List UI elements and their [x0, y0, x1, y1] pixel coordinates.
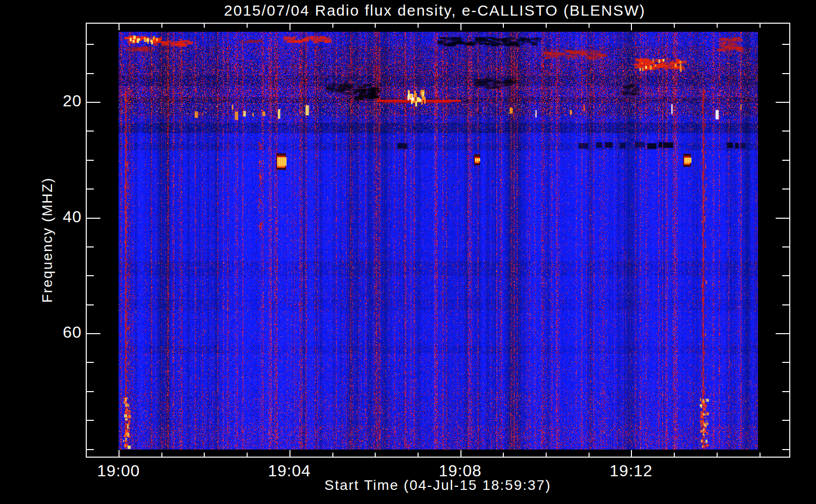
axis-tick — [418, 24, 419, 28]
axis-tick — [782, 246, 789, 247]
axis-tick — [289, 450, 290, 457]
axis-tick — [674, 24, 675, 28]
axis-tick — [119, 24, 120, 30]
axis-tick — [87, 275, 94, 276]
axis-tick — [418, 453, 419, 457]
axis-tick — [332, 24, 333, 28]
axis-tick — [782, 188, 789, 190]
axis-tick — [87, 131, 94, 132]
x-tick-label: 19:12 — [610, 462, 653, 480]
spectrogram-page: 2015/07/04 Radio flux density, e-CALLIST… — [0, 0, 816, 504]
axis-tick — [161, 453, 162, 457]
y-axis-title: Frequency (MHZ) — [39, 177, 55, 302]
axis-tick — [247, 453, 248, 457]
axis-tick — [375, 24, 376, 28]
axis-tick — [776, 102, 789, 103]
axis-tick — [589, 24, 590, 28]
axis-tick — [87, 449, 94, 450]
spectrogram-canvas — [119, 32, 758, 450]
axis-tick — [247, 24, 248, 28]
axis-tick — [782, 44, 789, 45]
page-title: 2015/07/04 Radio flux density, e-CALLIST… — [224, 2, 646, 19]
axis-tick — [460, 24, 461, 30]
axis-tick — [375, 453, 376, 457]
axis-tick — [782, 131, 789, 132]
axis-tick — [87, 420, 94, 421]
axis-tick — [204, 453, 205, 457]
axis-tick — [631, 450, 632, 457]
axis-tick — [760, 453, 761, 457]
axis-tick — [503, 453, 504, 457]
axis-tick — [546, 24, 547, 28]
axis-tick — [776, 333, 789, 334]
axis-tick — [782, 73, 789, 74]
axis-tick — [631, 24, 632, 30]
axis-tick — [87, 246, 94, 247]
axis-tick — [674, 453, 675, 457]
axis-tick — [87, 218, 100, 219]
y-tick-label: 60 — [1, 323, 82, 342]
axis-tick — [782, 160, 789, 161]
axis-tick — [87, 102, 100, 103]
x-axis-title: Start Time (04-Jul-15 18:59:37) — [324, 477, 551, 493]
axis-tick — [87, 160, 94, 161]
axis-tick — [776, 218, 789, 219]
y-tick-label: 20 — [1, 92, 82, 110]
axis-tick — [87, 362, 94, 363]
axis-tick — [717, 453, 718, 457]
axis-tick — [332, 453, 333, 457]
x-tick-label: 19:00 — [97, 462, 140, 480]
axis-tick — [87, 304, 94, 305]
axis-tick — [87, 188, 94, 190]
axis-tick — [87, 73, 94, 74]
axis-tick — [782, 420, 789, 421]
axis-tick — [760, 24, 761, 28]
x-tick-label: 19:04 — [268, 462, 311, 480]
axis-tick — [289, 24, 290, 30]
axis-tick — [204, 24, 205, 28]
axis-tick — [460, 450, 461, 457]
axis-tick — [87, 333, 100, 334]
axis-tick — [782, 275, 789, 276]
axis-tick — [546, 453, 547, 457]
axis-tick — [161, 24, 162, 28]
axis-tick — [717, 24, 718, 28]
axis-tick — [503, 24, 504, 28]
axis-tick — [87, 391, 94, 392]
axis-tick — [782, 362, 789, 363]
axis-tick — [782, 391, 789, 392]
axis-tick — [589, 453, 590, 457]
axis-tick — [119, 450, 120, 457]
axis-tick — [782, 449, 789, 450]
axis-tick — [782, 304, 789, 305]
axis-tick — [87, 44, 94, 45]
